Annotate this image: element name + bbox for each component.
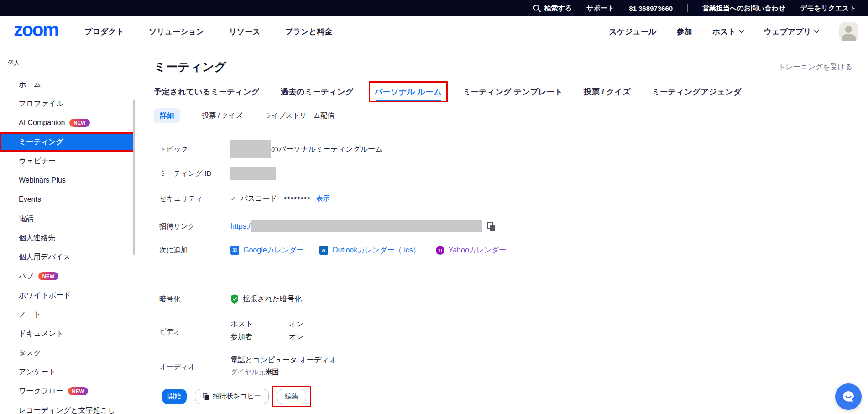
sidebar-item-whiteboard[interactable]: ホワイトボード [0,286,136,305]
sidebar-scrollbar[interactable] [133,100,135,255]
request-demo-link[interactable]: デモをリクエスト [800,4,856,13]
topic-suffix: のパーソナルミーティングルーム [271,145,383,154]
sidebar-item-tasks[interactable]: タスク [0,343,136,362]
tab-meeting-templates[interactable]: ミーティング テンプレート [463,81,563,102]
sidebar-item-recordings[interactable]: レコーディングと文字起こし [0,401,136,414]
search-button[interactable]: 検索する [533,4,572,13]
phone-number[interactable]: 81 368973660 [629,5,673,12]
sidebar-item-contacts[interactable]: 個人連絡先 [0,228,136,247]
sidebar-item-ai-companion[interactable]: AI Companion NEW [0,113,136,132]
sidebar-item-label: ワークフロー [19,387,63,396]
get-training-link[interactable]: トレーニングを受ける [778,63,852,72]
nav-menu: プロダクト ソリューション リソース プランと料金 [84,26,332,37]
chevron-down-icon [814,30,819,33]
sidebar-item-label: Events [19,195,41,204]
tab-label: ミーティング テンプレート [463,86,563,97]
nav-actions: スケジュール 参加 ホスト ウェブアプリ [609,22,858,41]
sidebar-item-profile[interactable]: プロファイル [0,94,136,113]
host-dropdown[interactable]: ホスト [712,26,743,37]
redacted-meeting-id [230,167,276,180]
security-label: セキュリティ [154,194,230,204]
tab-label: 予定されているミーティング [154,86,260,97]
tab-active-underline [376,100,441,102]
tab-previous-meetings[interactable]: 過去のミーティング [281,81,354,102]
subtab-details[interactable]: 詳細 [154,108,180,123]
sidebar-item-label: 個人用デバイス [19,252,71,262]
tab-upcoming-meetings[interactable]: 予定されているミーティング [154,81,260,102]
topbar-divider [687,4,688,12]
meetings-tabs: 予定されているミーティング 過去のミーティング パーソナル ルーム ミーティング… [154,81,847,102]
avatar[interactable] [839,22,858,41]
webapp-dropdown[interactable]: ウェブアプリ [764,26,819,37]
chat-bubble-icon [842,390,855,404]
audio-label: オーディオ [154,360,230,372]
nav-item-solutions[interactable]: ソリューション [149,26,204,37]
sidebar-item-label: ノート [19,310,41,320]
check-icon: ✓ [230,194,236,203]
invite-link-row: 招待リンク https:/ [154,217,847,236]
video-host-label: ホスト [230,320,289,329]
sidebar-item-meetings[interactable]: ミーティング [0,132,134,152]
sidebar-item-notes[interactable]: ノート [0,305,136,324]
dial-from-label: ダイヤル元 [230,368,265,377]
show-passcode-link[interactable]: 表示 [316,194,330,203]
yahoo-calendar-link[interactable]: Y! Yahooカレンダー [436,246,507,255]
passcode-label: パスコード [241,194,278,204]
security-row: セキュリティ ✓ パスコード ******** 表示 [154,189,847,208]
tab-polls-quizzes[interactable]: 投票 / クイズ [584,81,631,102]
tab-personal-room[interactable]: パーソナル ルーム [375,81,442,102]
nav-item-plans[interactable]: プランと料金 [285,26,333,37]
google-calendar-label: Googleカレンダー [243,246,304,255]
nav-item-products[interactable]: プロダクト [84,26,124,37]
sidebar-item-hub[interactable]: ハブ NEW [0,267,136,286]
sidebar-item-docs[interactable]: ドキュメント [0,324,136,343]
sidebar-item-label: ドキュメント [19,329,63,339]
sidebar-item-label: ハブ [19,272,34,281]
video-label: ビデオ [154,325,230,336]
copy-invitation-button[interactable]: 招待状をコピー [195,389,269,404]
google-calendar-link[interactable]: 31 Googleカレンダー [230,246,304,255]
sidebar-item-workflows[interactable]: ワークフロー NEW [0,382,136,401]
sidebar-item-webinars-plus[interactable]: Webinars Plus [0,171,136,190]
tab-label: ミーティングアジェンダ [652,86,742,97]
sidebar-item-home[interactable]: ホーム [0,75,136,94]
tab-label: 過去のミーティング [281,86,354,97]
chat-widget-button[interactable] [835,383,862,410]
invite-url-prefix[interactable]: https:/ [230,222,251,231]
audio-type-value: 電話とコンピュータ オーディオ [230,354,336,367]
sidebar-item-devices[interactable]: 個人用デバイス [0,247,136,267]
main-navbar: zoom プロダクト ソリューション リソース プランと料金 スケジュール 参加… [0,16,868,47]
tab-label: パーソナル ルーム [375,86,442,97]
topic-label: トピック [154,145,230,154]
sidebar-item-label: アンケート [19,367,56,377]
support-link[interactable]: サポート [586,4,614,13]
start-button[interactable]: 開始 [162,389,187,404]
sidebar-item-label: レコーディングと文字起こし [19,406,115,414]
sidebar-item-label: 個人連絡先 [19,233,55,243]
video-host-value: オン [289,320,304,329]
outlook-calendar-icon: o [319,246,328,255]
add-to-label: 次に追加 [154,246,230,255]
add-to-calendar-row: 次に追加 31 Googleカレンダー o Outlookカレンダー（.ics）… [154,241,847,260]
sidebar-item-phone[interactable]: 電話 [0,209,136,228]
sidebar-item-events[interactable]: Events [0,190,136,209]
video-row: ビデオ ホスト オン 参加者 オン [154,318,847,343]
contact-sales-link[interactable]: 営業担当へのお問い合わせ [702,4,785,13]
sidebar-item-webinars[interactable]: ウェビナー [0,152,136,171]
subtab-polls-quizzes[interactable]: 投票 / クイズ [202,111,243,120]
search-icon [533,5,541,12]
nav-item-resources[interactable]: リソース [229,26,260,37]
subtab-live-streaming[interactable]: ライブストリーム配信 [265,111,334,120]
schedule-link[interactable]: スケジュール [609,26,656,37]
search-label: 検索する [544,4,572,13]
tab-meeting-agenda[interactable]: ミーティングアジェンダ [652,81,742,102]
webapp-label: ウェブアプリ [764,26,811,37]
sidebar-item-surveys[interactable]: アンケート [0,362,136,382]
sidebar-section-personal: 個人 [8,59,20,67]
page-title: ミーティング [154,59,226,75]
zoom-logo[interactable]: zoom [14,21,58,43]
join-link[interactable]: 参加 [676,26,692,37]
outlook-calendar-link[interactable]: o Outlookカレンダー（.ics） [319,246,420,255]
edit-button[interactable]: 編集 [277,389,306,404]
copy-link-icon[interactable] [487,222,496,231]
